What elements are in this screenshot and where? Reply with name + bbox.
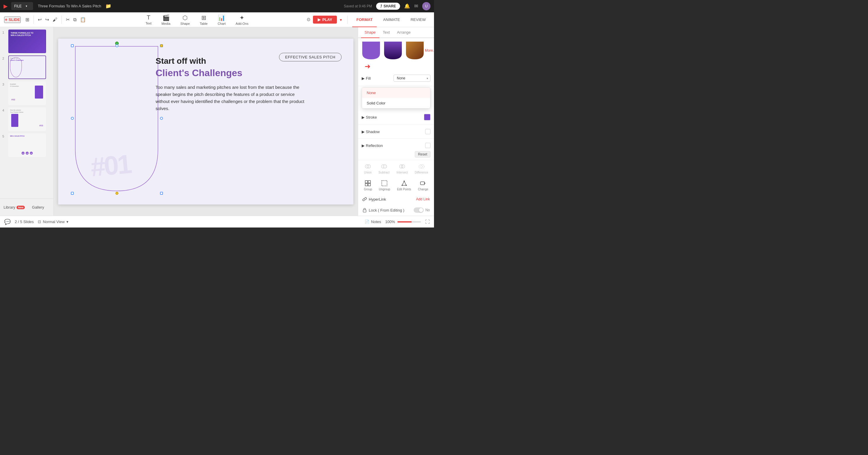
slide-thumbnail-1[interactable]: 1 THREE FORMULAS TOWIN A SALES PITCH (2, 30, 51, 53)
edit-points-op[interactable]: Edit Points (397, 180, 411, 191)
shadow-row: ▶ Shadow (362, 127, 430, 136)
circle-1: #01 (22, 152, 25, 155)
difference-icon (418, 163, 425, 170)
chart-tool[interactable]: 📊 Chart (213, 13, 230, 27)
subtract-op[interactable]: Subtract (378, 163, 390, 174)
chat-icon[interactable]: 💬 (4, 219, 11, 225)
file-label: FILE (14, 4, 22, 8)
fill-dropdown[interactable]: None Solid Color Gradient Colors Image P… (394, 75, 430, 82)
table-tool[interactable]: ⊞ Table (196, 13, 212, 27)
copy-button[interactable]: ⧉ (71, 16, 78, 24)
bottom-right-handle[interactable] (160, 192, 163, 195)
addons-tool[interactable]: ✦ Add-Ons (231, 13, 252, 27)
play-button[interactable]: ▶ PLAY (313, 15, 337, 24)
tab-arrange[interactable]: Arrange (393, 27, 414, 37)
svg-point-3 (383, 165, 387, 168)
tab-shape[interactable]: Shape (361, 27, 379, 38)
bottom-center-yellow-handle[interactable] (116, 192, 118, 195)
shadow-checkbox[interactable] (425, 129, 430, 134)
top-right-area: Saved at 9:46 PM ⤴ SHARE 🔔 ✉ U (344, 2, 430, 10)
slide-thumbnail-2[interactable]: 2 Start off withClient's Challenges (2, 56, 51, 79)
change-op[interactable]: Change (418, 180, 428, 191)
reflection-checkbox[interactable] (425, 143, 430, 148)
slide-image-1: THREE FORMULAS TOWIN A SALES PITCH (8, 30, 46, 53)
slide5-circles: #01 #02 #03 (22, 152, 33, 155)
avatar[interactable]: U (422, 2, 430, 10)
mail-icon[interactable]: ✉ (414, 3, 418, 9)
reflection-label: ▶ Reflection (362, 143, 383, 148)
text-tool[interactable]: T Text (142, 13, 156, 26)
middle-right-handle[interactable] (160, 117, 163, 120)
top-center-handle[interactable] (116, 44, 118, 47)
file-menu-button[interactable]: FILE ▾ (11, 2, 33, 10)
slide4-num: #03 (39, 124, 43, 127)
fill-option-none[interactable]: None (362, 88, 430, 98)
view-button[interactable]: ⊡ Normal View ▾ (38, 220, 68, 224)
zoom-slider[interactable] (397, 221, 421, 223)
paste-button[interactable]: 📋 (78, 15, 88, 24)
center-tools: T Text 🎬 Media ⬡ Shape ⊞ Table 📊 Chart ✦… (142, 13, 253, 27)
format-tab[interactable]: FORMAT (352, 12, 377, 27)
group-op[interactable]: Group (364, 180, 372, 191)
top-bar: ▶ FILE ▾ Three Formulas To Win A Sales P… (0, 0, 434, 12)
slide-canvas[interactable]: EFFECTIVE SALES PITCH Start off with Cli… (58, 39, 353, 204)
gallery-button[interactable]: Gallery (32, 205, 44, 209)
lock-toggle[interactable]: No (414, 207, 430, 213)
top-right-yellow-handle[interactable] (160, 44, 163, 47)
preset-shape-3[interactable] (405, 40, 425, 61)
library-button[interactable]: Library New (4, 205, 25, 209)
notifications-icon[interactable]: 🔔 (404, 3, 410, 9)
review-tab[interactable]: REVIEW (407, 12, 430, 27)
file-arrow-icon: ▾ (23, 3, 30, 9)
bottom-left-handle[interactable] (71, 192, 74, 195)
intersect-op[interactable]: Intersect (397, 163, 408, 174)
slide-number-1: 1 (2, 30, 6, 34)
redo-button[interactable]: ↪ (43, 15, 51, 24)
fill-row: ▶ Fill None Solid Color Gradient Colors … (362, 73, 430, 84)
slide3-num: #02 (11, 98, 15, 101)
play-dropdown-button[interactable]: ▾ (339, 17, 342, 23)
undo-button[interactable]: ↩ (36, 15, 43, 24)
reset-button[interactable]: Reset (415, 151, 430, 158)
plus-icon: + (5, 17, 7, 23)
toggle-track[interactable] (414, 207, 424, 213)
reflection-section: ▶ Reflection Reset (358, 139, 434, 160)
ungroup-op[interactable]: Ungroup (379, 180, 390, 191)
top-left-handle[interactable] (71, 44, 74, 47)
hyperlink-row: HyperLink Add Link (358, 194, 434, 204)
slide-thumbnail-5[interactable]: 5 WIN A SALES PITCH #01 #02 #03 (2, 133, 51, 157)
tab-text[interactable]: Text (379, 27, 394, 37)
animate-tab[interactable]: ANIMATE (379, 12, 404, 27)
difference-op[interactable]: Difference (415, 163, 428, 174)
doc-icon: 📁 (105, 3, 111, 9)
notes-button[interactable]: 📄 Notes (365, 220, 381, 224)
shape-tool[interactable]: ⬡ Shape (176, 13, 194, 27)
slide-number-3: 3 (2, 82, 6, 86)
view-arrow-icon: ▾ (66, 220, 68, 224)
layout-icon[interactable]: ⊞ (24, 15, 31, 24)
share-button[interactable]: ⤴ SHARE (376, 3, 400, 10)
settings-icon[interactable]: ⚙ (306, 17, 311, 23)
more-presets-link[interactable]: More... (425, 48, 434, 53)
cut-button[interactable]: ✂ (64, 15, 71, 24)
slide-thumbnail-4[interactable]: 4 Give the solutionYour Product Solves #… (2, 107, 51, 131)
slide-panel: 1 THREE FORMULAS TOWIN A SALES PITCH 2 S… (0, 27, 54, 216)
subtract-label: Subtract (378, 171, 390, 174)
preset-shape-2[interactable] (383, 40, 403, 61)
fill-option-solid-color[interactable]: Solid Color (362, 98, 430, 108)
svg-point-16 (406, 185, 407, 186)
add-link-button[interactable]: Add Link (416, 197, 430, 201)
group-label: Group (364, 188, 372, 191)
toggle-thumb (419, 208, 423, 212)
preset-shape-1[interactable] (361, 40, 381, 61)
media-tool[interactable]: 🎬 Media (157, 13, 175, 27)
middle-left-handle[interactable] (71, 117, 74, 120)
stroke-color-swatch[interactable] (424, 114, 430, 120)
right-tools: ⚙ ▶ PLAY ▾ FORMAT ANIMATE REVIEW (306, 12, 430, 27)
union-op[interactable]: Union (364, 163, 372, 174)
format-painter-button[interactable]: 🖌 (51, 16, 59, 24)
fullscreen-icon[interactable]: ⛶ (425, 219, 430, 225)
shadow-arrow-icon: ▶ (362, 130, 365, 134)
slide-thumbnail-3[interactable]: 3 EstablishA Connection #02 (2, 82, 51, 105)
add-slide-button[interactable]: + SLIDE (4, 17, 21, 23)
